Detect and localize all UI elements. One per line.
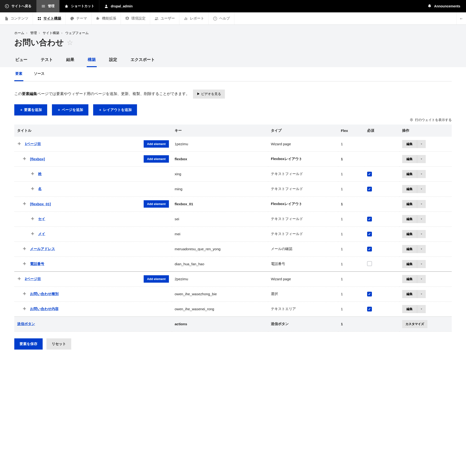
- drag-handle-icon[interactable]: [31, 217, 35, 221]
- add-page-button[interactable]: ＋ ページを追加: [52, 104, 88, 115]
- ops-dropdown-button[interactable]: [417, 200, 426, 208]
- add-child-element-button[interactable]: Add element: [144, 155, 169, 163]
- element-title-link[interactable]: [flexbox_01]: [30, 202, 51, 206]
- element-title-link[interactable]: 1ページ目: [25, 142, 41, 146]
- menu-appearance[interactable]: テーマ: [66, 12, 92, 24]
- watch-video-button[interactable]: ▶ ビデオを見る: [193, 90, 225, 99]
- ops-dropdown-button[interactable]: [417, 230, 426, 238]
- ops-dropdown-button[interactable]: [417, 290, 426, 298]
- required-checkbox[interactable]: [367, 261, 372, 266]
- element-title-link[interactable]: メイ: [38, 232, 45, 236]
- element-title-link[interactable]: お問い合わせ内容: [30, 307, 58, 311]
- required-checkbox[interactable]: [367, 172, 372, 176]
- crumb-webform[interactable]: ウェブフォーム: [65, 31, 89, 35]
- required-checkbox[interactable]: [367, 307, 372, 311]
- subtab-elements[interactable]: 要素: [14, 67, 23, 81]
- drag-handle-icon[interactable]: [17, 277, 22, 281]
- edit-button[interactable]: 編集: [402, 200, 417, 208]
- ops-dropdown-button[interactable]: [417, 140, 426, 148]
- element-key: mei: [172, 227, 268, 241]
- menu-config[interactable]: 環境設定: [121, 12, 150, 24]
- drag-handle-icon[interactable]: [31, 172, 35, 176]
- show-row-weights[interactable]: 行のウェイトを表示する: [14, 118, 452, 122]
- back-to-site[interactable]: サイトへ戻る: [0, 0, 36, 12]
- favorite-star-icon[interactable]: ☆: [67, 38, 73, 47]
- ops-dropdown-button[interactable]: [417, 215, 426, 223]
- svg-point-3: [157, 17, 158, 18]
- ops-dropdown-button[interactable]: [417, 305, 426, 313]
- required-checkbox[interactable]: [367, 187, 372, 192]
- add-element-button[interactable]: ＋ 要素を追加: [14, 104, 47, 115]
- manage-toggle[interactable]: 管理: [36, 0, 59, 12]
- edit-button[interactable]: 編集: [402, 305, 417, 313]
- drag-handle-icon[interactable]: [23, 292, 27, 296]
- tab-build[interactable]: 構築: [87, 55, 97, 67]
- element-title-link[interactable]: 名: [38, 187, 42, 191]
- drag-handle-icon[interactable]: [23, 307, 27, 311]
- crumb-manage[interactable]: 管理: [30, 31, 37, 35]
- element-title-link[interactable]: メールアドレス: [30, 247, 55, 251]
- subtab-source[interactable]: ソース: [33, 67, 46, 81]
- element-title-link[interactable]: 2ページ目: [25, 277, 41, 281]
- tab-results[interactable]: 結果: [65, 55, 75, 67]
- menu-reports[interactable]: レポート: [179, 12, 209, 24]
- drag-handle-icon[interactable]: [31, 232, 35, 236]
- ops-dropdown-button[interactable]: [417, 185, 426, 193]
- menu-help[interactable]: ?ヘルプ: [209, 12, 234, 24]
- drag-handle-icon[interactable]: [23, 202, 27, 206]
- edit-button[interactable]: 編集: [402, 260, 417, 268]
- add-child-element-button[interactable]: Add element: [144, 275, 169, 283]
- edit-button[interactable]: 編集: [402, 215, 417, 223]
- required-checkbox[interactable]: [367, 232, 372, 237]
- tab-export[interactable]: エクスポート: [130, 55, 156, 67]
- required-checkbox[interactable]: [367, 292, 372, 296]
- reset-button[interactable]: リセット: [47, 338, 71, 350]
- ops-dropdown-button[interactable]: [417, 170, 426, 178]
- add-child-element-button[interactable]: Add element: [144, 140, 169, 148]
- ops-dropdown-button[interactable]: [417, 245, 426, 253]
- element-title-link[interactable]: 電話番号: [30, 262, 44, 266]
- drag-handle-icon[interactable]: [31, 187, 35, 191]
- menu-content[interactable]: コンテンツ: [0, 12, 33, 24]
- tab-view[interactable]: ビュー: [14, 55, 28, 67]
- drag-handle-icon[interactable]: [23, 247, 27, 251]
- announcements[interactable]: Announcements: [422, 0, 466, 12]
- drag-handle-icon[interactable]: [23, 262, 27, 266]
- crumb-home[interactable]: ホーム: [14, 31, 24, 35]
- crumb-structure[interactable]: サイト構築: [43, 31, 59, 35]
- edit-button[interactable]: 編集: [402, 170, 417, 178]
- edit-button[interactable]: 編集: [402, 275, 417, 283]
- edit-button[interactable]: 編集: [402, 230, 417, 238]
- required-checkbox[interactable]: [367, 247, 372, 251]
- tab-settings[interactable]: 設定: [108, 55, 118, 67]
- table-row: お問い合わせ内容owen_ihe_wasenei_rongテキストエリア1編集: [14, 301, 452, 317]
- element-title-link[interactable]: セイ: [38, 217, 45, 221]
- add-layout-button[interactable]: ＋ レイアウトを追加: [93, 104, 137, 115]
- ops-dropdown-button[interactable]: [417, 260, 426, 268]
- element-title-link[interactable]: 送信ボタン: [17, 322, 35, 326]
- menu-structure[interactable]: サイト構築: [33, 12, 66, 24]
- drag-handle-icon[interactable]: [23, 157, 27, 161]
- required-checkbox[interactable]: [367, 217, 372, 221]
- edit-button[interactable]: 編集: [402, 185, 417, 193]
- menu-content-label: コンテンツ: [11, 16, 28, 21]
- element-title-link[interactable]: お問い合わせ種別: [30, 292, 58, 296]
- edit-button[interactable]: 編集: [402, 290, 417, 298]
- element-title-link[interactable]: 姓: [38, 172, 42, 176]
- shortcuts-toggle[interactable]: ショートカット: [59, 0, 99, 12]
- edit-button[interactable]: 編集: [402, 245, 417, 253]
- menu-extend[interactable]: 機能拡張: [92, 12, 121, 24]
- tab-test[interactable]: テスト: [40, 55, 54, 67]
- edit-button[interactable]: 編集: [402, 140, 417, 148]
- ops-dropdown-button[interactable]: [417, 155, 426, 163]
- drag-handle-icon[interactable]: [17, 142, 22, 146]
- add-child-element-button[interactable]: Add element: [144, 200, 169, 208]
- save-elements-button[interactable]: 要素を保存: [14, 338, 43, 350]
- edit-button[interactable]: 編集: [402, 155, 417, 163]
- collapse-toolbar[interactable]: ⇤: [456, 12, 466, 24]
- menu-people[interactable]: ユーザー: [150, 12, 179, 24]
- customize-button[interactable]: カスタマイズ: [402, 320, 427, 328]
- element-title-link[interactable]: [flexbox]: [30, 157, 45, 161]
- user-menu[interactable]: drupal_admin: [99, 0, 138, 12]
- ops-dropdown-button[interactable]: [417, 275, 426, 283]
